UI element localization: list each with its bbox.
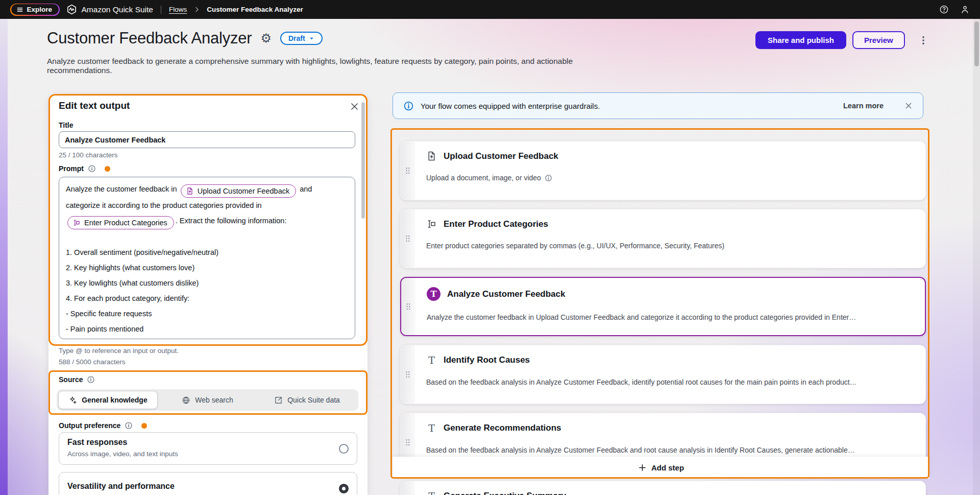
output-preference-info-icon[interactable] [125,421,133,430]
drag-dots-icon [403,166,412,175]
radio-selected[interactable] [339,484,349,493]
draft-status-dropdown[interactable]: Draft [280,32,323,45]
step-card-identify-root-causes[interactable]: TIdentify Root CausesBased on the feedba… [400,345,926,404]
drag-handle[interactable] [401,345,415,404]
step-description: Based on the feedback analysis in Analyz… [426,446,912,454]
caret-down-icon [309,36,314,41]
text-step-icon: T [426,422,437,434]
step-card-generate-executive-summary[interactable]: TGenerate Executive Summary [400,481,926,495]
text-input-icon [426,219,437,229]
option-title: Versatility and performance [67,482,175,491]
quick-suite-logo-icon [66,4,77,15]
source-option-label: Web search [195,396,233,404]
description-info-icon[interactable] [545,174,552,182]
drag-dots-icon [404,302,413,311]
brand-home-link[interactable]: Amazon Quick Suite [66,4,153,15]
preview-button[interactable]: Preview [852,31,905,49]
page-scrollbar-track[interactable] [973,19,980,495]
source-label-row: Source [59,375,95,384]
share-and-publish-button[interactable]: Share and publish [755,31,846,49]
source-segmented-control: General knowledgeWeb searchQuick Suite d… [57,389,358,411]
learn-more-link[interactable]: Learn more [843,102,884,110]
source-option-quick-suite-data[interactable]: Quick Suite data [257,391,357,409]
step-title: Generate Executive Summary [444,491,566,495]
title-input[interactable] [59,131,355,148]
text-input-icon [72,219,81,227]
hamburger-menu-icon [16,6,23,13]
page-scrollbar-thumb[interactable] [974,21,979,66]
banner-close-icon[interactable] [904,102,913,110]
step-card-upload-customer-feedback[interactable]: Upload Customer FeedbackUpload a documen… [400,141,926,200]
drag-handle[interactable] [401,481,415,495]
output-preference-status-dot [141,423,147,429]
prompt-scrollbar-thumb[interactable] [361,102,365,219]
prompt-info-icon[interactable] [88,164,96,173]
text-step-selected-badge-icon: T [427,287,440,301]
step-card-body: TAnalyze Customer FeedbackAnalyze the cu… [415,278,925,321]
globe-icon [182,396,190,405]
user-account-icon[interactable] [960,5,970,14]
guardrails-banner: Your flow comes equipped with enterprise… [393,92,923,119]
header-actions: Share and publish Preview [755,31,928,49]
breadcrumb-flows-link[interactable]: Flows [169,6,187,13]
help-icon[interactable] [939,5,949,14]
step-card-body: Enter Product CategoriesEnter product ca… [415,209,925,250]
add-step-button[interactable]: Add step [393,457,929,479]
main-canvas: Customer Feedback Analyzer ⚙ Draft Analy… [0,19,980,495]
prompt-status-dot [105,166,110,172]
option-title: Fast responses [67,438,127,447]
prompt-reference-pill[interactable]: Upload Customer Feedback [181,184,297,198]
banner-message: Your flow comes equipped with enterprise… [421,102,600,110]
drag-handle[interactable] [401,278,415,335]
flow-description: Analyze customer feedback to generate a … [47,57,619,75]
draft-status-label: Draft [288,34,305,42]
source-option-label: General knowledge [82,396,147,404]
more-options-kebab-icon[interactable] [918,34,928,46]
reference-pill-label: Enter Product Categories [84,218,167,227]
explore-label: Explore [27,6,53,13]
drag-handle[interactable] [401,142,415,200]
data-icon [274,396,283,405]
top-navigation-bar: Explore Amazon Quick Suite Flows Custome… [0,0,980,19]
flow-steps-list: Upload Customer FeedbackUpload a documen… [400,141,926,495]
edit-text-output-panel: Edit text output Title 25 / 100 characte… [48,94,368,495]
step-description: Analyze the customer feedback in Upload … [427,313,912,321]
prompt-editor[interactable]: Analyze the customer feedback in Upload … [59,177,355,339]
screen: Explore Amazon Quick Suite Flows Custome… [0,0,980,495]
drag-dots-icon [403,234,412,243]
radio-unselected[interactable] [339,444,349,454]
prompt-reference-hint: Type @ to reference an input or output. [59,347,179,355]
title-field-label: Title [59,121,74,129]
upload-file-icon [186,187,194,195]
source-option-web-search[interactable]: Web search [158,391,257,409]
step-title: Identify Root Causes [444,355,530,365]
breadcrumb-divider [161,6,161,14]
step-description: Based on the feedback analysis in Analyz… [426,378,912,386]
brand-name: Amazon Quick Suite [82,5,153,14]
step-card-enter-product-categories[interactable]: Enter Product CategoriesEnter product ca… [400,209,926,268]
plus-icon [638,463,647,472]
source-option-general-knowledge[interactable]: General knowledge [58,391,158,409]
close-panel-icon[interactable] [350,102,359,111]
prompt-character-counter: 588 / 5000 characters [59,358,126,366]
step-description: Upload a document, image, or video [426,174,912,182]
option-versatility-performance[interactable]: Versatility and performance [59,472,357,495]
explore-button[interactable]: Explore [10,4,60,16]
step-card-body: TIdentify Root CausesBased on the feedba… [415,345,925,386]
drag-handle[interactable] [401,209,415,268]
page-title: Customer Feedback Analyzer [47,29,252,48]
prompt-label-row: Prompt [59,164,110,173]
prompt-field-label: Prompt [59,164,84,173]
drag-dots-icon [403,438,412,447]
upload-file-icon [426,151,437,161]
prompt-reference-pill[interactable]: Enter Product Categories [67,216,174,229]
title-character-counter: 25 / 100 characters [59,151,118,159]
flow-settings-gear-icon[interactable]: ⚙ [260,32,272,44]
output-preference-label: Output preference [59,421,120,430]
source-info-icon[interactable] [87,375,95,384]
breadcrumb-current-page: Customer Feedback Analyzer [207,6,303,13]
step-card-body: TGenerate RecommendationsBased on the fe… [415,413,925,454]
step-card-analyze-customer-feedback[interactable]: TAnalyze Customer FeedbackAnalyze the cu… [400,277,926,336]
sparkle-icon [68,396,77,405]
option-fast-responses[interactable]: Fast responses Across image, video, and … [59,432,357,465]
